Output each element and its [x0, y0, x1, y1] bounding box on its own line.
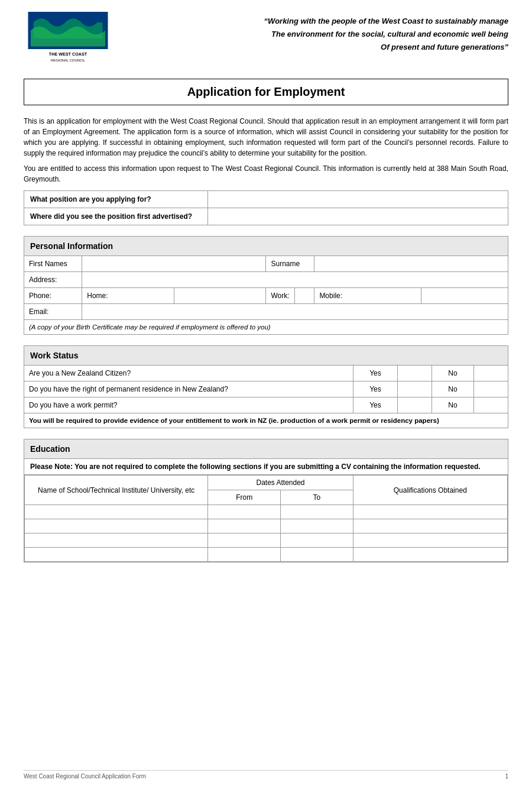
first-names-value[interactable]	[82, 256, 266, 272]
edu-row-4-to[interactable]	[281, 548, 353, 562]
ws-row-3: Do you have a work permit? Yes No	[24, 397, 508, 413]
education-header: Education	[24, 439, 508, 459]
edu-col-from: From	[208, 490, 281, 505]
birth-cert-row: (A copy of your Birth Certificate may be…	[24, 320, 508, 335]
work-status-header: Work Status	[24, 345, 508, 365]
edu-col-school: Name of School/Technical Institute/ Univ…	[25, 476, 208, 505]
education-note: Please Note: You are not required to com…	[24, 459, 508, 475]
intro-section: This is an application for employment wi…	[24, 116, 508, 185]
ws-required-note: You will be required to provide evidence…	[24, 413, 508, 428]
page-footer: West Coast Regional Council Application …	[24, 770, 508, 780]
ws-q1-yes-box[interactable]	[398, 366, 432, 381]
surname-label: Surname	[266, 256, 314, 272]
ws-q3-yes-label: Yes	[353, 397, 397, 413]
position-row-1: What position are you applying for?	[24, 191, 508, 208]
ws-note-row: You will be required to provide evidence…	[24, 413, 508, 428]
ws-row-1: Are you a New Zealand Citizen? Yes No	[24, 366, 508, 381]
ws-q3-no-label: No	[432, 397, 474, 413]
intro-paragraph-2: You are entitled to access this informat…	[24, 163, 508, 185]
ws-q1-no-label: No	[432, 366, 474, 381]
position-section: What position are you applying for? Wher…	[24, 190, 508, 225]
edu-row-3-to[interactable]	[281, 533, 353, 548]
logo-area: THE WEST COAST REGIONAL COUNCIL	[24, 12, 118, 67]
mobile-label: Mobile:	[314, 288, 421, 303]
phone-label: Phone:	[24, 288, 82, 304]
ws-q2-yes-box[interactable]	[398, 381, 432, 397]
edu-row-4-from[interactable]	[208, 548, 281, 562]
edu-col-to: To	[281, 490, 353, 505]
work-value[interactable]	[294, 288, 314, 303]
form-title: Application for Employment	[30, 85, 502, 99]
edu-row-1-from[interactable]	[208, 505, 281, 519]
edu-row-3-from[interactable]	[208, 533, 281, 548]
work-label: Work:	[266, 288, 294, 303]
work-status-section: Are you a New Zealand Citizen? Yes No Do…	[24, 365, 508, 428]
email-value[interactable]	[82, 304, 508, 320]
first-names-label: First Names	[24, 256, 82, 272]
ws-q1-label: Are you a New Zealand Citizen?	[24, 366, 353, 381]
personal-info-header: Personal Information	[24, 236, 508, 256]
page-header: THE WEST COAST REGIONAL COUNCIL “Working…	[24, 12, 508, 67]
edu-row-4	[25, 548, 508, 562]
ws-q1-yes-label: Yes	[353, 366, 397, 381]
ws-q2-label: Do you have the right of permanent resid…	[24, 381, 353, 397]
ws-q2-no-box[interactable]	[474, 381, 508, 397]
ws-q2-no-label: No	[432, 381, 474, 397]
address-label: Address:	[24, 272, 82, 288]
ws-q2-yes-label: Yes	[353, 381, 397, 397]
surname-value[interactable]	[314, 256, 508, 272]
phone-row: Phone: Home: Work: Mobile:	[24, 288, 508, 304]
ws-q3-no-box[interactable]	[474, 397, 508, 413]
address-row: Address:	[24, 272, 508, 288]
ws-q1-no-box[interactable]	[474, 366, 508, 381]
address-value[interactable]	[82, 272, 508, 288]
edu-row-1-qual[interactable]	[353, 505, 507, 519]
personal-info-section: First Names Surname Address: Phone: Home…	[24, 256, 508, 335]
edu-row-2-to[interactable]	[281, 519, 353, 533]
edu-row-4-school[interactable]	[25, 548, 208, 562]
tagline: “Working with the people of the West Coa…	[118, 12, 508, 54]
edu-row-1-school[interactable]	[25, 505, 208, 519]
edu-row-2-from[interactable]	[208, 519, 281, 533]
position-q2-value[interactable]	[208, 208, 508, 225]
ws-q3-yes-box[interactable]	[398, 397, 432, 413]
edu-row-1-to[interactable]	[281, 505, 353, 519]
council-logo: THE WEST COAST REGIONAL COUNCIL	[24, 12, 112, 65]
edu-col-qual: Qualifications Obtained	[353, 476, 507, 505]
mobile-area: Mobile:	[314, 288, 508, 304]
birth-cert-note: (A copy of your Birth Certificate may be…	[24, 320, 508, 335]
edu-row-4-qual[interactable]	[353, 548, 507, 562]
form-title-box: Application for Employment	[24, 79, 508, 105]
edu-row-2-school[interactable]	[25, 519, 208, 533]
ws-q3-label: Do you have a work permit?	[24, 397, 353, 413]
footer-right: 1	[505, 773, 508, 780]
position-q1-label: What position are you applying for?	[24, 191, 208, 208]
home-value[interactable]	[174, 288, 265, 303]
work-area: Work:	[266, 288, 314, 304]
edu-row-2-qual[interactable]	[353, 519, 507, 533]
ws-row-2: Do you have the right of permanent resid…	[24, 381, 508, 397]
position-q2-label: Where did you see the position first adv…	[24, 208, 208, 225]
edu-row-2	[25, 519, 508, 533]
edu-row-3	[25, 533, 508, 548]
position-q1-value[interactable]	[208, 191, 508, 208]
education-section: Education Please Note: You are not requi…	[24, 439, 508, 562]
home-area: Home:	[82, 288, 266, 304]
position-row-2: Where did you see the position first adv…	[24, 208, 508, 225]
svg-text:REGIONAL COUNCIL: REGIONAL COUNCIL	[51, 59, 86, 62]
email-row: Email:	[24, 304, 508, 320]
footer-left: West Coast Regional Council Application …	[24, 773, 146, 780]
email-label: Email:	[24, 304, 82, 320]
svg-text:THE WEST COAST: THE WEST COAST	[49, 51, 87, 57]
edu-header-row-1: Name of School/Technical Institute/ Univ…	[25, 476, 508, 490]
edu-row-1	[25, 505, 508, 519]
names-row: First Names Surname	[24, 256, 508, 272]
intro-paragraph-1: This is an application for employment wi…	[24, 116, 508, 159]
education-table: Name of School/Technical Institute/ Univ…	[24, 475, 508, 562]
mobile-value[interactable]	[421, 288, 508, 303]
edu-row-3-qual[interactable]	[353, 533, 507, 548]
edu-col-dates-header: Dates Attended	[208, 476, 353, 490]
edu-row-3-school[interactable]	[25, 533, 208, 548]
home-label: Home:	[82, 288, 174, 303]
